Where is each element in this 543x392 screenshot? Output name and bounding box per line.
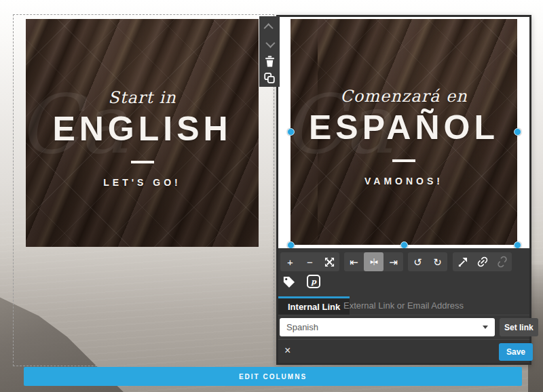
move-up-button[interactable] (263, 21, 276, 33)
resize-handle-left[interactable] (287, 128, 295, 136)
dropdown-value: Spanish (286, 322, 318, 332)
tag-icon (282, 275, 295, 288)
edit-columns-button[interactable]: EDIT COLUMNS (24, 367, 522, 386)
size-button-group: + − (280, 252, 339, 271)
save-button[interactable]: Save (499, 343, 533, 361)
expand-icon (324, 257, 335, 267)
pinterest-button[interactable]: p (305, 273, 322, 290)
poster-divider (131, 161, 154, 163)
align-center-icon: ▸|◂ (371, 258, 377, 265)
poster-subtitle: LET'S GO! (103, 177, 181, 188)
scale-icon (457, 257, 468, 267)
tab-external-link[interactable]: External Link or Email Address (343, 300, 464, 311)
set-link-button[interactable]: Set link (500, 318, 538, 336)
chevron-up-icon (264, 23, 274, 33)
poster-title: ENGLISH (52, 111, 231, 147)
rotate-ccw-icon: ↺ (413, 257, 422, 267)
duplicate-button[interactable] (263, 72, 276, 84)
increase-size-button[interactable]: + (280, 252, 300, 271)
unlink-icon (496, 256, 508, 268)
link-icon (476, 256, 489, 268)
image-element-english[interactable]: Ca Start in ENGLISH LET'S GO! (26, 19, 259, 247)
close-icon: × (284, 345, 291, 356)
decrease-size-button[interactable]: − (300, 252, 320, 271)
align-right-icon: ⇥ (389, 257, 398, 267)
caption-button[interactable] (280, 273, 297, 290)
rotate-cw-button[interactable]: ↻ (428, 252, 447, 271)
plus-icon: + (287, 257, 293, 267)
close-button[interactable]: × (284, 344, 291, 357)
minus-icon: − (307, 257, 313, 267)
tab-label: Internal Link (288, 302, 340, 312)
poster-subtitle: VAMONOS! (364, 176, 443, 187)
align-right-button[interactable]: ⇥ (383, 252, 403, 271)
chevron-down-icon (265, 39, 275, 48)
link-button-group (453, 252, 512, 271)
edit-columns-label: EDIT COLUMNS (239, 373, 307, 380)
delete-button[interactable] (263, 55, 276, 67)
rotate-ccw-button[interactable]: ↺ (408, 252, 428, 271)
poster-divider (392, 159, 415, 162)
rotate-cw-icon: ↻ (433, 257, 442, 267)
poster-overline: Comenzará en (340, 87, 467, 106)
tab-label: External Link or Email Address (343, 300, 464, 311)
align-left-button[interactable]: ⇤ (344, 252, 364, 271)
poster-overline: Start in (108, 88, 176, 107)
poster-title: ESPAÑOL (309, 110, 499, 146)
align-center-button[interactable]: ▸|◂ (364, 252, 383, 271)
copy-icon (264, 73, 275, 83)
link-button[interactable] (472, 252, 492, 271)
trash-icon (265, 56, 275, 67)
unlink-button[interactable] (492, 252, 512, 271)
tab-divider (278, 315, 529, 315)
internal-link-dropdown[interactable]: Spanish (280, 318, 495, 336)
pinterest-icon: p (307, 275, 320, 288)
tab-internal-link[interactable]: Internal Link (278, 296, 350, 315)
free-resize-button[interactable] (320, 252, 339, 271)
align-left-icon: ⇤ (350, 257, 358, 267)
rotate-button-group: ↺ ↻ (408, 252, 447, 271)
chevron-down-icon (483, 326, 488, 329)
panel-footer (278, 339, 529, 363)
resize-handle-right[interactable] (514, 128, 521, 136)
image-element-spanish[interactable]: Ca Comenzará en ESPAÑOL VAMONOS! (291, 19, 517, 245)
move-down-button[interactable] (263, 38, 276, 50)
scale-button[interactable] (453, 252, 472, 271)
align-button-group: ⇤ ▸|◂ ⇥ (344, 252, 403, 271)
element-action-toolbar (259, 16, 280, 87)
